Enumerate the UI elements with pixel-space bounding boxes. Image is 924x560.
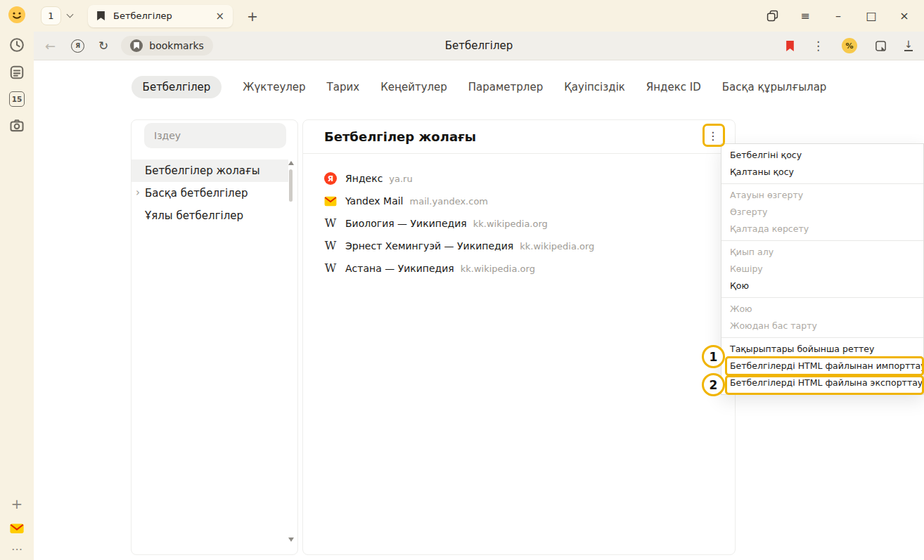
new-tab-button[interactable]: + (243, 6, 262, 26)
window-controls: ≡ – □ × (765, 9, 924, 23)
wikipedia-favicon: W (324, 262, 337, 275)
bookmark-url: ya.ru (389, 174, 412, 184)
bookmark-row-yandex[interactable]: Я Яндекс ya.ru (303, 167, 735, 190)
download-icon[interactable]: ↓ (904, 40, 913, 51)
bookmark-title: Яндекс (345, 173, 383, 184)
tab-security[interactable]: Қауіпсіздік (564, 76, 625, 98)
menu-item-cut: Қиып алу (721, 244, 923, 261)
tab-downloads[interactable]: Жүктеулер (243, 76, 305, 98)
toolbar-menu-icon[interactable]: ⋮ (812, 39, 824, 53)
bookmark-row-wiki-hemingway[interactable]: W Эрнест Хемингуэй — Уикипедия kk.wikipe… (303, 235, 735, 257)
bookmark-flag-icon[interactable] (785, 40, 795, 52)
tab-bookmarks[interactable]: Бетбелгілер (131, 76, 222, 98)
scroll-thumb[interactable] (289, 169, 293, 202)
annotation-step-badge-2: 2 (702, 373, 725, 396)
folder-label: Бетбелгілер жолағы (145, 164, 260, 177)
yandex-favicon: Я (324, 172, 337, 185)
tab-counter-button[interactable]: 1 (41, 6, 72, 25)
yandex-button[interactable]: Я (71, 39, 84, 53)
menu-item-show-in-folder: Қалтада көрсету (721, 221, 923, 237)
back-icon[interactable]: ← (45, 39, 56, 53)
menu-item-add-folder[interactable]: Қалтаны қосу (721, 164, 923, 181)
menu-icon[interactable]: ≡ (798, 9, 812, 23)
calendar-tile[interactable]: 15 (9, 91, 25, 107)
menu-item-edit: Өзгерту (721, 204, 923, 221)
bookmark-title: Yandex Mail (345, 195, 404, 207)
minimize-icon[interactable]: – (831, 9, 845, 23)
mail-favicon (324, 195, 337, 207)
bookmark-title: Эрнест Хемингуэй — Уикипедия (345, 240, 513, 252)
bookmark-row-wiki-astana[interactable]: W Астана — Уикипедия kk.wikipedia.org (303, 257, 735, 280)
bookmark-url: kk.wikipedia.org (520, 241, 594, 252)
annotation-highlight-menu-button (702, 124, 725, 147)
bookmark-row-wiki-biology[interactable]: W Биология — Уикипедия kk.wikipedia.org (303, 212, 735, 235)
rail-add-icon[interactable]: + (11, 497, 23, 511)
bookmark-title: Астана — Уикипедия (345, 263, 454, 274)
bookmark-url: kk.wikipedia.org (461, 263, 535, 274)
bookmark-list: Я Яндекс ya.ru Yandex Mail mail.yandex.c… (303, 154, 735, 280)
yandex-plus-icon[interactable]: % (842, 38, 857, 53)
menu-item-undo-delete: Жоюдан бас тарту (721, 318, 923, 334)
profile-avatar[interactable] (8, 6, 26, 24)
annotation-highlight-import (725, 356, 924, 376)
bookmark-title: Биология — Уикипедия (345, 218, 467, 229)
bookmark-tab-icon (95, 11, 106, 22)
manager-nav: Бетбелгілер Жүктеулер Тарих Кеңейтулер П… (34, 76, 924, 98)
browser-tab-bookmarks[interactable]: Бетбелгілер × (88, 5, 233, 27)
folders-scrollbar[interactable] (287, 161, 295, 542)
menu-item-add-bookmark[interactable]: Бетбелгіні қосу (721, 147, 923, 164)
menu-item-rename: Атауын өзгерту (721, 187, 923, 204)
bookmark-row-yandex-mail[interactable]: Yandex Mail mail.yandex.com (303, 190, 735, 212)
wikipedia-favicon: W (324, 240, 337, 252)
close-icon[interactable]: × (897, 9, 911, 23)
reload-icon[interactable]: ↻ (98, 39, 108, 53)
screenshot-icon[interactable] (8, 117, 25, 134)
menu-group: Қиып алу Көшіру Қою (721, 240, 923, 297)
chevron-down-icon (67, 11, 74, 18)
search-input[interactable] (144, 123, 286, 148)
menu-item-paste[interactable]: Қою (721, 278, 923, 294)
browser-side-rail: 15 + ⋯ (0, 0, 34, 560)
sidebar-item-other-bookmarks[interactable]: › Басқа бетбелгілер (131, 182, 288, 204)
tab-extensions[interactable]: Кеңейтулер (380, 76, 447, 98)
sidebar-item-bookmarks-bar[interactable]: Бетбелгілер жолағы (131, 159, 288, 182)
scroll-down-icon[interactable] (288, 538, 294, 542)
rail-overflow-icon[interactable]: ⋯ (11, 546, 23, 553)
chevron-right-icon[interactable]: › (136, 186, 140, 199)
tab-groups-icon[interactable] (875, 40, 887, 52)
folder-label: Басқа бетбелгілер (145, 187, 248, 200)
menu-item-sort-by-title[interactable]: Тақырыптары бойынша реттеу (721, 341, 923, 358)
tab-preview-icon[interactable] (765, 9, 779, 23)
tab-bar: 1 Бетбелгілер × + ≡ – □ × (34, 0, 924, 32)
tab-other-devices[interactable]: Басқа құрылғылар (722, 76, 827, 98)
annotation-highlight-export (725, 375, 924, 395)
folder-label: Ұялы бетбелгілер (145, 209, 243, 222)
menu-group: Бетбелгіні қосу Қалтаны қосу (721, 144, 923, 183)
wikipedia-favicon: W (324, 217, 337, 230)
browser-window: 15 + ⋯ 1 (0, 0, 924, 560)
folders-panel: Бетбелгілер жолағы › Басқа бетбелгілер Ұ… (131, 119, 298, 555)
tab-yandex-id[interactable]: Яндекс ID (646, 76, 701, 98)
menu-group: Атауын өзгерту Өзгерту Қалтада көрсету (721, 183, 923, 240)
history-icon[interactable] (8, 37, 25, 53)
scroll-up-icon[interactable] (288, 161, 294, 165)
annotation-step-badge-1: 1 (702, 345, 725, 368)
url-text: bookmarks (149, 40, 204, 51)
maximize-icon[interactable]: □ (864, 9, 878, 23)
bookmarks-card: Бетбелгілер жолағы ⋮ Я Яндекс ya.ru (302, 119, 736, 555)
tab-settings[interactable]: Параметрлер (468, 76, 543, 98)
notes-icon[interactable] (8, 64, 25, 81)
sidebar-item-mobile-bookmarks[interactable]: Ұялы бетбелгілер (131, 204, 288, 227)
menu-group: Жою Жоюдан бас тарту (721, 297, 923, 337)
menu-item-delete: Жою (721, 301, 923, 318)
tab-close-icon[interactable]: × (214, 10, 226, 22)
toolbar-actions: ⋮ % ↓ (785, 38, 924, 53)
menu-item-copy: Көшіру (721, 261, 923, 278)
tab-history[interactable]: Тарих (327, 76, 360, 98)
url-field[interactable]: bookmarks (121, 36, 213, 56)
tab-title: Бетбелгілер (113, 11, 172, 21)
address-bar: ← Я ↻ bookmarks Бетбелгілер ⋮ % ↓ (34, 32, 924, 60)
yandex-mail-icon[interactable] (8, 520, 25, 537)
page-title: Бетбелгілер (445, 39, 513, 52)
tab-count: 1 (41, 6, 61, 25)
